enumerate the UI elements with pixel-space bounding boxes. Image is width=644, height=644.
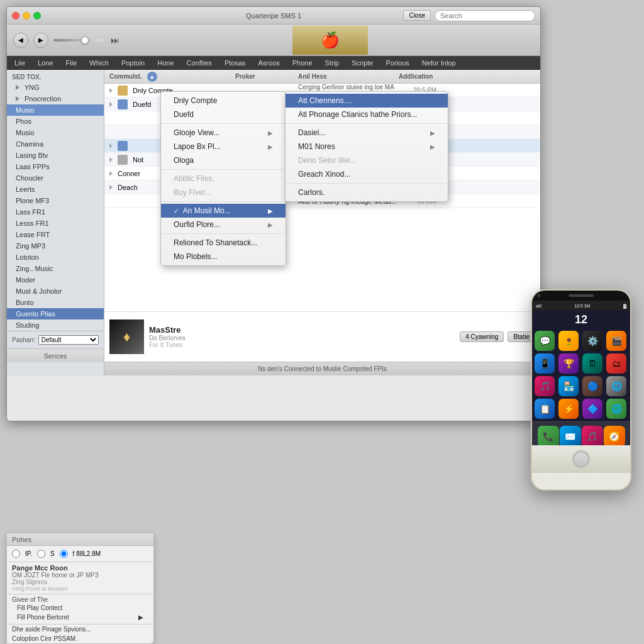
app-icon[interactable]: 🌻: [558, 331, 579, 351]
ctx-glooje-view[interactable]: Glooje View... ▶: [161, 126, 286, 140]
close-button[interactable]: [12, 12, 19, 19]
app-icon[interactable]: 📱: [535, 353, 555, 374]
sidebar-item-choucler[interactable]: Choucler: [7, 172, 104, 184]
speaker: [569, 294, 594, 297]
menu-confties[interactable]: Confties: [184, 58, 214, 68]
sidebar-item-pnocrection[interactable]: Pnocrection: [7, 93, 104, 104]
sidebar-item-zing-mp3[interactable]: Zing MP3: [7, 240, 104, 252]
menu-which[interactable]: Which: [87, 58, 111, 68]
ctx-duefd[interactable]: Duefd: [161, 108, 286, 121]
sidebar-item-bunto[interactable]: Bunto: [7, 297, 104, 308]
coloption-link[interactable]: Coloption Cinr PSSAM.: [7, 634, 153, 643]
app-icon[interactable]: 💬: [535, 331, 555, 351]
minimize-button[interactable]: [23, 12, 30, 19]
sidebar-item-phos[interactable]: Phos: [7, 116, 104, 127]
dock-music[interactable]: 🎵: [582, 426, 603, 446]
app-icon[interactable]: 🔷: [582, 399, 602, 419]
maximize-button[interactable]: [33, 12, 41, 19]
menu-scripte[interactable]: Scripte: [349, 58, 375, 68]
forward-button[interactable]: ▶: [33, 33, 48, 48]
col-proker[interactable]: Proker: [235, 73, 298, 80]
app-icon[interactable]: ⚡: [558, 399, 579, 419]
ciose-button[interactable]: Ciose: [403, 10, 431, 21]
sub-ctx-m01-nores[interactable]: M01 Nores ▶: [286, 140, 448, 153]
sidebar-item-lass-fr1[interactable]: Lass FR1: [7, 206, 104, 218]
sidebar-item-must[interactable]: Must & Joholor: [7, 286, 104, 297]
app-icon[interactable]: 🏆: [558, 353, 579, 374]
sidebar-item-musio[interactable]: Musio: [7, 104, 104, 116]
sidebar-item-plone[interactable]: Plone MF3: [7, 195, 104, 206]
sidebar-item-lototon[interactable]: Lototon: [7, 252, 104, 263]
dhe-aside-link[interactable]: Dhe aside Pinage Spvions...: [7, 625, 153, 634]
menu-asroos[interactable]: Asroos: [256, 58, 282, 68]
col-addlication[interactable]: Addlication: [399, 73, 535, 80]
sidebar-item-laas[interactable]: Laas FPPs: [7, 161, 104, 172]
submenu-arrow: ▶: [430, 130, 435, 136]
sidebar-item-lesss-fr1[interactable]: Lesss FR1: [7, 218, 104, 229]
radio-ip[interactable]: [12, 550, 20, 558]
menu-file[interactable]: File: [64, 58, 80, 68]
radio-s-label: S: [50, 550, 55, 557]
sub-ctx-atl-phonage[interactable]: Atl Phonage Ctianics hathe Priors...: [286, 108, 448, 121]
app-icon[interactable]: 🏪: [558, 376, 579, 396]
menu-porious[interactable]: Porious: [383, 58, 411, 68]
search-input[interactable]: [435, 10, 535, 21]
sidebar-label-phos: Phos: [16, 118, 31, 125]
fill-play-link[interactable]: Fill Play Contect: [12, 603, 148, 613]
sidebar-item-lasing[interactable]: Lasing Btv: [7, 150, 104, 161]
menu-lone[interactable]: Lone: [35, 58, 55, 68]
menu-poptoin[interactable]: Poptoin: [119, 58, 147, 68]
ctx-an-musil[interactable]: ✓ An Musil Mo... ▶: [161, 204, 286, 218]
sub-ctx-carlors[interactable]: Carlors.: [286, 186, 448, 199]
app-icon[interactable]: 🎵: [535, 376, 555, 396]
pasharr-select[interactable]: Default: [38, 335, 99, 345]
sidebar-item-leerts[interactable]: Leerts: [7, 184, 104, 195]
skip-button[interactable]: ⏭: [109, 34, 121, 47]
menu-phone[interactable]: Phone: [290, 58, 315, 68]
menu-strip[interactable]: Strip: [323, 58, 342, 68]
volume-slider[interactable]: [53, 39, 104, 42]
app-icon[interactable]: 🎬: [606, 331, 626, 351]
app-icon[interactable]: 🌐: [606, 376, 626, 396]
menu-nefor[interactable]: Nefor Inlop: [419, 58, 458, 68]
menu-hone[interactable]: Hone: [155, 58, 176, 68]
ctx-ologa[interactable]: Ologa: [161, 153, 286, 167]
app-icon[interactable]: 🗂: [606, 353, 626, 374]
sidebar-item-yng[interactable]: YNG: [7, 82, 104, 93]
sidebar-item-moder[interactable]: Moder: [7, 274, 104, 286]
radio-s[interactable]: [37, 550, 45, 558]
app-icon[interactable]: 📋: [535, 399, 555, 419]
ctx-mo-plobels[interactable]: Mo Plobels...: [161, 250, 286, 264]
ctx-ourfid[interactable]: Ourfid Plore... ▶: [161, 218, 286, 231]
menu-liie[interactable]: Liie: [12, 58, 28, 68]
sidebar-item-chamina[interactable]: Chamina: [7, 138, 104, 150]
back-button[interactable]: ◀: [13, 33, 28, 48]
dock-safari[interactable]: 🧭: [604, 426, 625, 446]
dock-mail[interactable]: ✉️: [560, 426, 581, 446]
sidebar-item-zing-music[interactable]: Zing.. Music: [7, 263, 104, 274]
sidebar-item-musio2[interactable]: Musio: [7, 127, 104, 138]
home-button[interactable]: [572, 450, 590, 468]
sub-ctx-dasiel[interactable]: Dasiel... ▶: [286, 126, 448, 140]
sidebar-item-guento[interactable]: Guento Plias: [7, 308, 104, 319]
ctx-relioned[interactable]: Relioned To Shanetack...: [161, 236, 286, 250]
cyawning-button[interactable]: 4 Cyawning: [460, 331, 504, 342]
app-icon[interactable]: ⚙️: [582, 331, 602, 351]
sub-ctx-att-chennens[interactable]: Att Chennens....: [286, 94, 448, 108]
menu-ptosas[interactable]: Ptosas: [222, 58, 248, 68]
dock-phone[interactable]: 📞: [538, 426, 559, 446]
app-icon[interactable]: 🗓: [582, 353, 602, 374]
sub-ctx-greach[interactable]: Greach Xinod...: [286, 167, 448, 181]
fill-phone-link[interactable]: Fill Phone Bertoret ▶: [12, 613, 148, 622]
ctx-lapoe[interactable]: Lapoe Bx Pl... ▶: [161, 140, 286, 153]
sidebar-label-pnocrection: Pnocrection: [25, 95, 61, 103]
col-anil-hess[interactable]: Anil Hess: [298, 73, 399, 80]
sidebar-item-lease-frt[interactable]: Lease FRT: [7, 229, 104, 240]
app-icon[interactable]: 🔵: [582, 376, 602, 396]
app-icon[interactable]: 🌐: [606, 399, 626, 419]
sidebar-item-studing[interactable]: Studing: [7, 319, 104, 331]
col-command[interactable]: Commulst. ▲: [109, 72, 235, 82]
radio-f[interactable]: [60, 550, 68, 558]
expand-icon: [109, 102, 113, 107]
ctx-dnly-compte[interactable]: Dnly Compte: [161, 94, 286, 108]
